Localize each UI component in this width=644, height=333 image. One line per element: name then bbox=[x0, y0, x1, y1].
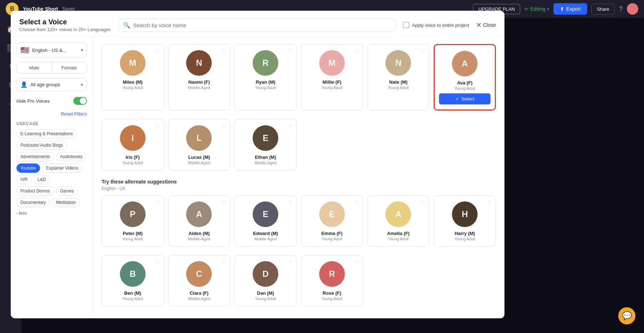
person-icon: 👤 bbox=[20, 81, 28, 88]
age-group-dropdown[interactable]: 👤 All age groups ▾ bbox=[16, 78, 87, 91]
apply-voice-label: Apply voice to entire project bbox=[412, 23, 469, 28]
gender-male-button[interactable]: Male bbox=[17, 62, 52, 73]
voice-card-nate[interactable]: ♡NNate (M)Young Adult bbox=[367, 44, 430, 111]
voice-age-amelia: Young Adult bbox=[372, 237, 425, 241]
voice-card-emma[interactable]: ♡EEmma (F)Young Adult bbox=[301, 195, 363, 246]
heart-icon-lucas[interactable]: ♡ bbox=[221, 123, 226, 130]
voice-card-aiden[interactable]: ♡AAiden (M)Middle-Aged bbox=[168, 195, 230, 246]
close-x-icon: ✕ bbox=[476, 21, 482, 29]
editing-button[interactable]: ✏ Editing ▾ bbox=[525, 6, 549, 12]
voice-name-ethan: Ethan (M) bbox=[239, 155, 292, 160]
heart-icon-ava[interactable]: ♡ bbox=[486, 49, 491, 55]
select-button-ava[interactable]: ✓Select bbox=[439, 93, 491, 104]
usecase-tag-l-d[interactable]: L&D bbox=[34, 175, 50, 184]
heart-icon-miles[interactable]: ♡ bbox=[155, 48, 160, 55]
voice-card-voice-b4[interactable]: ♡RRose (F)Young Adult bbox=[301, 255, 363, 306]
heart-icon-emma[interactable]: ♡ bbox=[354, 199, 359, 206]
heart-icon-aiden[interactable]: ♡ bbox=[221, 199, 226, 206]
flag-icon: 🇺🇸 bbox=[20, 46, 29, 54]
share-button[interactable]: Share bbox=[591, 4, 615, 15]
voice-card-voice-b2[interactable]: ♡CClara (F)Middle-Aged bbox=[168, 255, 230, 306]
voice-age-emma: Young Adult bbox=[306, 237, 358, 241]
voice-age-edward: Middle-Aged bbox=[239, 237, 292, 241]
voice-name-millie: Millie (F) bbox=[306, 79, 358, 85]
usecase-tag-explainer-videos[interactable]: Explainer Videos bbox=[42, 163, 82, 173]
usecase-tag-audiobooks[interactable]: Audiobooks bbox=[56, 152, 87, 161]
voice-card-voice-b3[interactable]: ♡DDan (M)Young Adult bbox=[234, 255, 297, 306]
heart-icon-nate[interactable]: ♡ bbox=[420, 48, 425, 55]
voice-card-harry[interactable]: ♡HHarry (M)Young Adult bbox=[434, 195, 496, 246]
usecase-tag-product-demos[interactable]: Product Demos bbox=[16, 186, 54, 196]
export-button[interactable]: ⬆ Export bbox=[553, 3, 587, 15]
language-dropdown[interactable]: 🇺🇸 English - US &... ▾ bbox=[16, 43, 87, 58]
heart-icon-edward[interactable]: ♡ bbox=[288, 199, 293, 206]
voice-avatar-voice-b4: R bbox=[319, 261, 345, 287]
hide-pro-label: Hide Pro Voices bbox=[16, 98, 50, 104]
voice-age-nate: Young Adult bbox=[372, 85, 425, 90]
gender-female-button[interactable]: Female bbox=[52, 62, 87, 73]
reset-filters-button[interactable]: Reset Filters bbox=[61, 111, 87, 117]
usecase-tag-games[interactable]: Games bbox=[56, 186, 78, 196]
heart-icon-millie[interactable]: ♡ bbox=[354, 48, 359, 55]
voice-age-miles: Young Adult bbox=[106, 85, 159, 90]
voice-name-ryan: Ryan (M) bbox=[239, 79, 292, 85]
heart-icon-ryan[interactable]: ♡ bbox=[288, 48, 293, 55]
voice-avatar-harry: H bbox=[452, 201, 478, 227]
heart-icon-voice-b2[interactable]: ♡ bbox=[221, 259, 226, 266]
usecase-tag-meditation[interactable]: Meditation bbox=[52, 198, 79, 207]
voice-age-lucas: Middle-Aged bbox=[173, 161, 226, 165]
voice-card-naomi[interactable]: ♡NNaomi (F)Middle-Aged bbox=[168, 44, 230, 111]
usecase-tag-ivr[interactable]: IVR bbox=[16, 175, 31, 184]
heart-icon-voice-b3[interactable]: ♡ bbox=[288, 259, 293, 266]
voice-avatar-voice-b3: D bbox=[253, 261, 278, 287]
heart-icon-voice-b1[interactable]: ♡ bbox=[155, 259, 160, 266]
heart-icon-naomi[interactable]: ♡ bbox=[221, 48, 226, 55]
usecase-tag-podcasts--audio-blogs[interactable]: Podcasts/ Audio Blogs bbox=[16, 141, 67, 150]
voice-card-ethan[interactable]: ♡EEthan (M)Middle-Aged bbox=[234, 119, 297, 170]
voice-avatar-voice-b1: B bbox=[120, 261, 146, 287]
voice-card-lucas[interactable]: ♡LLucas (M)Middle-Aged bbox=[168, 119, 230, 170]
voice-search-input[interactable] bbox=[133, 22, 390, 28]
less-button[interactable]: - less bbox=[16, 211, 27, 216]
usecase-tag-youtube[interactable]: Youtube bbox=[16, 163, 40, 173]
help-button[interactable]: ? bbox=[619, 5, 623, 13]
voice-card-millie[interactable]: ♡MMillie (F)Young Adult bbox=[301, 44, 363, 111]
voice-card-peter[interactable]: ♡PPeter (M)Young Adult bbox=[102, 195, 164, 246]
voice-card-ryan[interactable]: ♡RRyan (M)Young Adult bbox=[234, 44, 297, 111]
usecase-tag-advertisements[interactable]: Advertisements bbox=[16, 152, 54, 161]
voice-name-aiden: Aiden (M) bbox=[173, 231, 226, 236]
voice-age-iris: Young Adult bbox=[106, 161, 159, 165]
voice-avatar-miles: M bbox=[120, 50, 146, 76]
heart-icon-peter[interactable]: ♡ bbox=[155, 199, 160, 206]
hide-pro-toggle[interactable] bbox=[73, 97, 87, 105]
voice-card-ava[interactable]: ♡AAva (F)Young Adult✓Select bbox=[434, 44, 496, 111]
heart-icon-amelia[interactable]: ♡ bbox=[420, 199, 425, 206]
voice-age-millie: Young Adult bbox=[306, 85, 358, 90]
voice-name-naomi: Naomi (F) bbox=[173, 79, 226, 85]
voice-name-edward: Edward (M) bbox=[239, 231, 292, 236]
chat-bubble-button[interactable]: 💬 bbox=[618, 307, 635, 324]
heart-icon-harry[interactable]: ♡ bbox=[487, 199, 492, 206]
voice-card-edward[interactable]: ♡EEdward (M)Middle-Aged bbox=[234, 195, 297, 246]
voice-card-amelia[interactable]: ♡AAmelia (F)Young Adult bbox=[367, 195, 430, 246]
voice-age-voice-b3: Young Adult bbox=[239, 297, 292, 301]
voice-card-voice-b1[interactable]: ♡BBen (M)Young Adult bbox=[102, 255, 164, 306]
user-avatar[interactable] bbox=[627, 3, 638, 15]
usecase-tag-documentary[interactable]: Documentary bbox=[16, 198, 50, 207]
heart-icon-iris[interactable]: ♡ bbox=[155, 123, 160, 130]
alternate-subtitle: English - UK bbox=[102, 186, 496, 191]
voice-avatar-ryan: R bbox=[253, 50, 278, 76]
voice-age-peter: Young Adult bbox=[106, 237, 159, 241]
voice-name-harry: Harry (M) bbox=[438, 231, 491, 236]
usecase-tag-e-learning---presentations[interactable]: E-Learning & Presentations bbox=[16, 129, 77, 138]
close-modal-button[interactable]: ✕ Close bbox=[476, 21, 496, 29]
voice-card-iris[interactable]: ♡IIris (F)Young Adult bbox=[102, 119, 164, 170]
voice-card-miles[interactable]: ♡MMiles (M)Young Adult bbox=[102, 44, 164, 111]
voices-panel: ♡MMiles (M)Young Adult♡NNaomi (F)Middle-… bbox=[93, 37, 504, 313]
heart-icon-ethan[interactable]: ♡ bbox=[288, 123, 293, 130]
toggle-knob bbox=[80, 98, 86, 104]
voice-avatar-lucas: L bbox=[186, 125, 212, 151]
apply-voice-checkbox[interactable] bbox=[403, 22, 409, 28]
heart-icon-voice-b4[interactable]: ♡ bbox=[354, 259, 359, 266]
voice-age-ryan: Young Adult bbox=[239, 85, 292, 90]
